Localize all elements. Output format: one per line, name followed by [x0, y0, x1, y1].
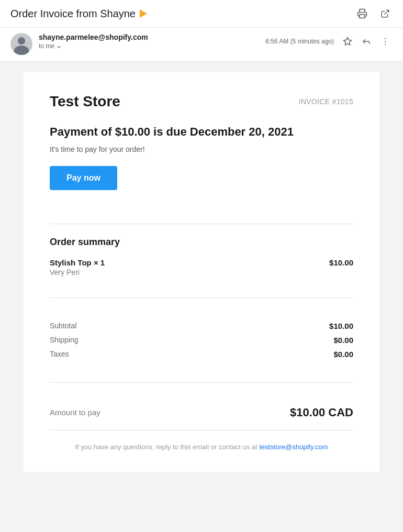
email-title-area: Order Invoice from Shayne — [10, 8, 147, 20]
open-external-button[interactable] — [378, 6, 393, 21]
line-item: Stylish Top × 1 Very Peri $10.00 — [50, 258, 353, 285]
email-body: Test Store INVOICE #1015 Payment of $10.… — [24, 72, 379, 472]
taxes-label: Taxes — [50, 350, 69, 358]
email-subject: Order Invoice from Shayne — [10, 8, 136, 20]
shipping-label: Shipping — [50, 336, 79, 344]
footer-email-link[interactable]: teststore@shopify.com — [259, 443, 328, 451]
sender-to[interactable]: to me — [39, 42, 148, 50]
divider-3 — [50, 382, 353, 383]
star-button[interactable] — [340, 34, 355, 49]
store-name: Test Store — [50, 93, 120, 110]
invoice-header: Test Store INVOICE #1015 — [50, 93, 353, 110]
invoice-number: INVOICE #1015 — [299, 93, 353, 106]
line-item-name: Stylish Top × 1 — [50, 258, 105, 267]
sender-meta-right: 6:56 AM (5 minutes ago) — [265, 33, 393, 49]
email-body-wrapper: Test Store INVOICE #1015 Payment of $10.… — [0, 62, 403, 482]
sender-left: shayne.parmelee@shopify.com to me — [10, 33, 148, 55]
footer-text: If you have any questions, reply to this… — [50, 443, 353, 451]
amount-to-pay-label: Amount to pay — [50, 408, 100, 417]
label-tag-icon — [140, 9, 147, 18]
taxes-value: $0.00 — [333, 350, 353, 359]
shipping-value: $0.00 — [333, 336, 353, 345]
line-item-details: Stylish Top × 1 Very Peri — [50, 258, 105, 276]
sender-email: shayne.parmelee@shopify.com — [39, 33, 148, 41]
amount-to-pay-value: $10.00 CAD — [290, 406, 353, 419]
email-header-actions — [355, 6, 393, 21]
more-options-button[interactable] — [378, 34, 393, 49]
divider-1 — [50, 224, 353, 224]
line-item-price: $10.00 — [329, 258, 353, 267]
sender-info: shayne.parmelee@shopify.com to me — [39, 33, 148, 50]
svg-marker-2 — [344, 38, 352, 45]
taxes-row: Taxes $0.00 — [50, 347, 353, 361]
email-header: Order Invoice from Shayne — [0, 0, 403, 28]
svg-point-5 — [385, 43, 386, 45]
payment-sub-text: It's time to pay for your order! — [50, 145, 353, 153]
meta-icons — [340, 34, 393, 49]
subtotal-label: Subtotal — [50, 322, 76, 330]
order-summary-heading: Order summary — [50, 237, 353, 248]
sender-row: shayne.parmelee@shopify.com to me 6:56 A… — [0, 28, 403, 62]
subtotal-row: Subtotal $10.00 — [50, 319, 353, 333]
reply-button[interactable] — [359, 34, 374, 49]
payment-due-heading: Payment of $10.00 is due December 20, 20… — [50, 125, 353, 140]
subtotal-value: $10.00 — [329, 322, 353, 330]
pay-now-button[interactable]: Pay now — [50, 166, 117, 190]
amount-to-pay-row: Amount to pay $10.00 CAD — [50, 395, 353, 430]
chevron-down-icon — [57, 44, 61, 48]
svg-point-4 — [385, 41, 386, 42]
divider-2 — [50, 297, 353, 298]
avatar — [10, 33, 32, 55]
print-button[interactable] — [355, 6, 370, 21]
email-timestamp: 6:56 AM (5 minutes ago) — [265, 38, 334, 45]
line-item-variant: Very Peri — [50, 268, 105, 276]
totals-section: Subtotal $10.00 Shipping $0.00 Taxes $0.… — [50, 311, 353, 370]
svg-rect-0 — [360, 15, 365, 18]
svg-point-3 — [385, 38, 386, 39]
invoice-footer: If you have any questions, reply to this… — [50, 430, 353, 451]
svg-line-1 — [385, 10, 389, 14]
shipping-row: Shipping $0.00 — [50, 333, 353, 347]
